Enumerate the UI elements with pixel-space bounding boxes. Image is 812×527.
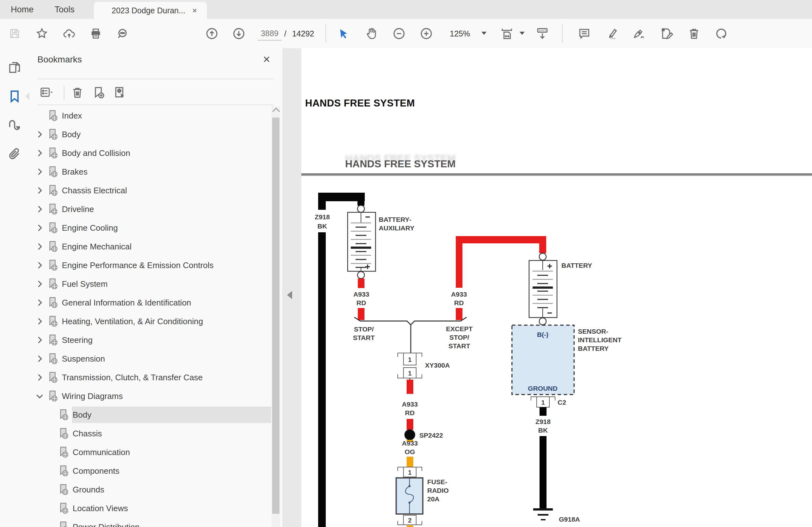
bookmark-item-wd-grounds[interactable]: Grounds: [29, 480, 271, 499]
fit-page-icon[interactable]: [500, 27, 514, 41]
tab-close-icon[interactable]: ×: [192, 6, 197, 15]
bookmark-label: Body: [73, 410, 91, 420]
sign-pen-icon[interactable]: [632, 27, 646, 41]
bookmark-label: Location Views: [73, 503, 128, 513]
zoom-caret-icon[interactable]: [481, 32, 487, 35]
bookmark-item-chassis-electrical[interactable]: Chassis Electrical: [29, 181, 271, 200]
chevron-right-icon[interactable]: [35, 335, 44, 345]
bookmark-item-wd-location-views[interactable]: Location Views: [29, 499, 271, 517]
page-divider: /: [284, 29, 287, 38]
chevron-right-icon[interactable]: [35, 186, 44, 195]
bookmark-item-engine-performance[interactable]: Engine Performance & Emission Controls: [29, 256, 271, 274]
star-icon[interactable]: [35, 27, 49, 41]
add-bookmark-icon[interactable]: [90, 84, 107, 101]
page-total-value: 14292: [292, 29, 314, 38]
terminal-label: GROUND: [528, 385, 557, 392]
scroll-up-icon[interactable]: [272, 107, 280, 115]
zoom-out-icon[interactable]: [392, 27, 406, 41]
chevron-right-icon[interactable]: [35, 317, 44, 326]
bookmark-item-brakes[interactable]: Brakes: [29, 163, 271, 181]
chevron-right-icon[interactable]: [35, 167, 44, 177]
hand-tool-icon[interactable]: [365, 27, 379, 41]
bookmark-label: Engine Performance & Emission Controls: [62, 260, 214, 270]
bookmark-item-suspension[interactable]: Suspension: [29, 349, 271, 368]
connector-label: C2: [557, 398, 566, 406]
chevron-right-icon[interactable]: [35, 223, 44, 232]
chevron-down-icon[interactable]: [35, 391, 44, 401]
delete-bookmark-icon[interactable]: [69, 84, 86, 101]
chevron-right-icon[interactable]: [35, 130, 44, 139]
component-label: AUXILIARY: [379, 224, 414, 232]
bookmark-label: Components: [73, 466, 119, 476]
select-cursor-icon[interactable]: [337, 27, 351, 41]
zoom-level-value[interactable]: 125%: [450, 27, 470, 41]
cloud-upload-icon[interactable]: [62, 27, 76, 41]
bookmark-item-hvac[interactable]: Heating, Ventilation, & Air Conditioning: [29, 312, 271, 331]
bookmark-globe-icon: [57, 483, 70, 496]
collapse-panel-icon[interactable]: [287, 291, 292, 299]
bookmark-item-steering[interactable]: Steering: [29, 331, 271, 349]
fit-page-caret-icon[interactable]: [520, 32, 525, 35]
bookmark-item-body[interactable]: Body: [29, 125, 271, 144]
bookmark-label: Driveline: [62, 205, 94, 214]
bookmark-item-transmission[interactable]: Transmission, Clutch, & Transfer Case: [29, 368, 271, 387]
bookmark-item-wd-chassis[interactable]: Chassis: [29, 424, 271, 443]
bookmark-item-fuel-system[interactable]: Fuel System: [29, 275, 271, 293]
bookmark-item-wd-power-distribution[interactable]: Power Distribution: [29, 518, 271, 527]
bookmark-item-index[interactable]: Index: [29, 106, 271, 125]
redo-icon[interactable]: [714, 27, 728, 41]
bookmark-globe-icon: [46, 259, 59, 272]
branch-label: STOP/: [354, 326, 374, 333]
chevron-right-icon[interactable]: [35, 205, 44, 214]
bookmarks-icon[interactable]: [6, 88, 24, 105]
tab-tools[interactable]: Tools: [55, 0, 74, 19]
bookmark-item-wiring-diagrams[interactable]: Wiring Diagrams: [29, 387, 271, 405]
print-icon[interactable]: [89, 27, 103, 41]
bookmark-item-general-information[interactable]: General Information & Identification: [29, 293, 271, 312]
chevron-right-icon[interactable]: [35, 148, 44, 158]
bookmark-item-driveline[interactable]: Driveline: [29, 200, 271, 219]
bookmark-item-body-and-collision[interactable]: Body and Collision: [29, 144, 271, 162]
component-label: SENSOR-: [578, 328, 608, 335]
page-thumbnails-icon[interactable]: [6, 58, 24, 76]
chevron-right-icon[interactable]: [35, 354, 44, 363]
jump-icon[interactable]: [6, 116, 24, 134]
bookmark-globe-icon: [46, 390, 59, 403]
locate-bookmark-icon[interactable]: [111, 84, 128, 101]
panel-scrollbar[interactable]: [272, 106, 280, 527]
comment-icon[interactable]: [577, 27, 591, 41]
chevron-right-icon[interactable]: [35, 298, 44, 307]
search-icon[interactable]: [116, 27, 130, 41]
bookmark-item-wd-body[interactable]: Body: [29, 406, 271, 424]
chevron-right-icon[interactable]: [35, 242, 44, 251]
tab-document[interactable]: 2023 Dodge Duran... ×: [94, 2, 207, 19]
bookmark-item-engine-mechanical[interactable]: Engine Mechanical: [29, 237, 271, 256]
tab-home-label: Home: [11, 5, 34, 15]
bookmark-label: Grounds: [73, 485, 104, 495]
bookmark-item-wd-components[interactable]: Components: [29, 462, 271, 480]
page-number-input[interactable]: [258, 27, 282, 41]
panel-close-icon[interactable]: ✕: [263, 54, 271, 65]
page-down-icon[interactable]: [232, 27, 246, 41]
scrollbar-thumb[interactable]: [272, 118, 279, 514]
bookmark-item-engine-cooling[interactable]: Engine Cooling: [29, 219, 271, 237]
zoom-in-icon[interactable]: [419, 27, 433, 41]
scroll-mode-icon[interactable]: [535, 27, 549, 41]
chevron-right-icon[interactable]: [35, 373, 44, 382]
ground-g918a: G918A: [533, 508, 580, 523]
attachment-icon[interactable]: [6, 145, 24, 163]
tab-home[interactable]: Home: [11, 0, 34, 19]
edit-page-icon[interactable]: [659, 27, 673, 41]
bookmark-globe-icon: [57, 465, 70, 477]
highlighter-icon[interactable]: [605, 27, 619, 41]
bookmark-item-wd-communication[interactable]: Communication: [29, 443, 271, 462]
branch-label: EXCEPT: [446, 325, 473, 332]
page-up-icon[interactable]: [205, 27, 219, 41]
fuse-radio-component: 1 FUSE- RADIO 20A 2: [396, 467, 449, 527]
chevron-right-icon[interactable]: [35, 260, 44, 270]
chevron-right-icon[interactable]: [35, 279, 44, 289]
trash-icon[interactable]: [687, 27, 701, 41]
options-list-icon[interactable]: [38, 84, 54, 101]
save-icon[interactable]: [8, 27, 21, 41]
acrobat-window: Home Tools 2023 Dodge Duran... × / 14292: [0, 0, 812, 527]
